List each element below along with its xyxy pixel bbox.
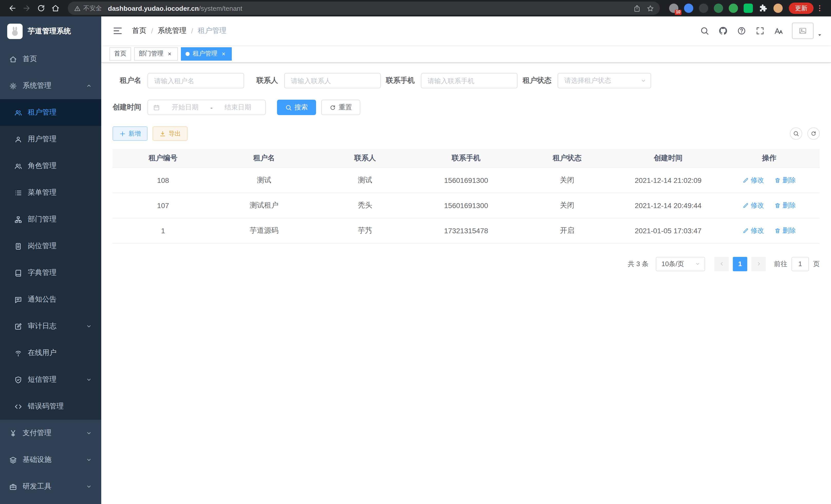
edit-document-icon [15,322,22,330]
table-row: 107 测试租户 秃头 15601691300 关闭 2021-12-14 20… [113,192,820,218]
browser-reload-button[interactable] [34,1,48,16]
edit-link[interactable]: 修改 [742,226,764,235]
breadcrumb-system[interactable]: 系统管理 [158,26,187,35]
sidebar-item-sms-management[interactable]: 短信管理 [0,366,101,393]
sidebar-logo[interactable]: 芋道管理系统 [0,17,101,46]
edit-label: 修改 [751,175,764,185]
column-header: 租户名 [213,149,315,168]
prev-page-button[interactable] [714,257,729,271]
fullscreen-icon[interactable] [751,22,769,40]
sidebar-collapse-button[interactable] [109,22,127,40]
sidebar-item-error-code-management[interactable]: 错误码管理 [0,393,101,420]
phone-input[interactable] [421,73,517,88]
date-separator: - [210,103,213,111]
next-page-button[interactable] [751,257,766,271]
sidebar-item-system[interactable]: 系统管理 [0,72,101,99]
column-header: 操作 [719,149,820,168]
close-icon[interactable]: × [220,50,227,57]
home-icon [9,55,17,63]
tenant-name-input[interactable] [147,73,244,88]
export-button[interactable]: 导出 [153,126,188,141]
delete-link[interactable]: 删除 [774,175,796,185]
menu-label: 通知公告 [28,295,57,304]
tab-tenant-management[interactable]: 租户管理 × [181,47,232,60]
sidebar-item-post-management[interactable]: 岗位管理 [0,233,101,260]
sidebar-item-infrastructure[interactable]: 基础设施 [0,446,101,473]
share-icon[interactable] [630,2,643,15]
security-chip[interactable]: 不安全 [74,4,102,12]
sidebar-item-user-management[interactable]: 用户管理 [0,126,101,153]
page-size-select[interactable]: 10条/页 [656,257,705,271]
breadcrumb: 首页 / 系统管理 / 租户管理 [132,26,227,35]
user-menu[interactable] [792,23,824,39]
sidebar-item-online-users[interactable]: 在线用户 [0,339,101,366]
page-number-button[interactable]: 1 [733,257,747,271]
goto-page-input[interactable] [792,257,809,271]
delete-label: 删除 [782,175,796,185]
browser-update-button[interactable]: 更新 [789,3,813,14]
tab-label: 部门管理 [139,49,164,58]
edit-link[interactable]: 修改 [742,201,764,210]
menu-label: 系统管理 [23,81,51,90]
sidebar-item-dept-management[interactable]: 部门管理 [0,206,101,233]
sidebar-item-tenant-management[interactable]: 租户管理 [0,99,101,126]
browser-extension-icon[interactable] [699,4,708,13]
browser-extension-icon[interactable] [714,4,723,13]
chevron-down-icon [86,430,92,436]
cell-actions: 修改 删除 [719,168,820,192]
add-button[interactable]: 新增 [113,126,147,141]
contact-input[interactable] [284,73,381,88]
extensions-bar: 10 [669,4,783,13]
browser-extension-icon[interactable]: 10 [669,4,678,13]
tab-dept-management[interactable]: 部门管理 × [134,47,178,60]
edit-link[interactable]: 修改 [742,175,764,185]
sidebar-item-role-management[interactable]: 角色管理 [0,153,101,179]
browser-extension-icon[interactable] [729,4,738,13]
avatar [792,23,813,39]
sidebar-item-menu-management[interactable]: 菜单管理 [0,179,101,206]
toggle-search-button[interactable] [790,127,802,140]
browser-extension-icon[interactable] [744,4,753,13]
cell-tenant-name: 测试 [213,168,315,192]
sidebar-item-audit-log[interactable]: 审计日志 [0,313,101,339]
help-icon[interactable] [732,22,751,40]
create-time-range-picker[interactable]: 开始日期 - 结束日期 [147,100,266,115]
refresh-table-button[interactable] [807,127,820,140]
delete-link[interactable]: 删除 [774,226,796,235]
profile-avatar[interactable] [773,4,783,13]
search-icon [285,104,292,111]
address-bar[interactable]: 不安全 dashboard.yudao.iocoder.cn/system/te… [68,2,660,15]
browser-menu-button[interactable] [813,2,826,14]
reset-button[interactable]: 重置 [321,100,360,115]
extensions-puzzle-icon[interactable] [758,4,768,13]
cell-status: 关闭 [517,168,618,192]
sidebar-item-dict-management[interactable]: 字典管理 [0,260,101,286]
browser-forward-button[interactable] [20,1,34,16]
chevron-down-icon [86,377,92,383]
github-icon[interactable] [714,22,732,40]
tab-home[interactable]: 首页 [110,47,131,60]
browser-back-button[interactable] [5,1,20,16]
browser-extension-icon[interactable] [684,4,693,13]
calendar-icon [153,104,160,111]
trash-icon [774,177,780,183]
sidebar-item-payment[interactable]: 支付管理 [0,420,101,446]
menu-label: 租户管理 [28,108,57,117]
delete-link[interactable]: 删除 [774,201,796,210]
sidebar-item-home[interactable]: 首页 [0,46,101,72]
font-size-icon[interactable] [769,22,788,40]
search-button[interactable]: 搜索 [277,100,316,115]
close-icon[interactable]: × [166,50,173,57]
bookmark-star-icon[interactable] [643,2,657,15]
menu-label: 支付管理 [23,428,51,438]
date-start-placeholder: 开始日期 [163,103,207,112]
chevron-down-icon [640,78,647,84]
menu-label: 审计日志 [28,322,57,331]
sidebar: 芋道管理系统 首页 系统管理 租户管理 [0,17,101,504]
sidebar-item-dev-tools[interactable]: 研发工具 [0,473,101,500]
search-icon[interactable] [695,22,714,40]
breadcrumb-home[interactable]: 首页 [132,26,146,35]
status-select[interactable]: 请选择租户状态 [557,73,651,88]
sidebar-item-notice[interactable]: 通知公告 [0,286,101,313]
browser-home-button[interactable] [48,1,63,16]
